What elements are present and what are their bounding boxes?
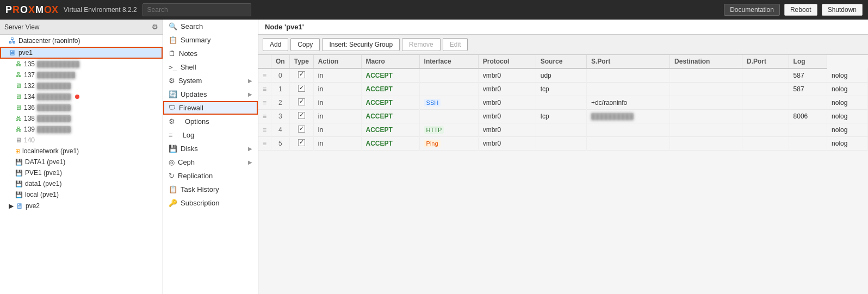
col-macro[interactable]: Macro: [361, 55, 419, 68]
nav-search[interactable]: 🔍 Search: [163, 20, 258, 33]
nav-replication[interactable]: ↻ Replication: [163, 169, 258, 183]
destination-cell: [742, 137, 789, 151]
datacenter-label: Datacenter (raoninfo): [18, 37, 80, 45]
drag-handle: ≡: [258, 83, 271, 96]
tree-item-138[interactable]: 🖧 138 ████████: [0, 113, 163, 124]
vm-icon-139: 🖧: [15, 126, 22, 133]
col-destination[interactable]: Destination: [670, 55, 742, 68]
row-num: 3: [271, 110, 290, 123]
tree-item-137[interactable]: 🖧 137 █████████: [0, 70, 163, 80]
documentation-button[interactable]: Documentation: [724, 4, 780, 16]
tree-item-136[interactable]: 🖥 136 ████████: [0, 102, 163, 113]
tree-item-data1[interactable]: 💾 data1 (pve1): [0, 178, 163, 189]
nav-firewall-label: Firewall: [179, 104, 203, 112]
col-interface[interactable]: Interface: [419, 55, 478, 68]
add-button[interactable]: Add: [263, 38, 288, 51]
table-row[interactable]: ≡ 0 in ACCEPT vmbr0 udp 587 nolog: [258, 68, 868, 83]
nav-subscription[interactable]: 🔑 Subscription: [163, 196, 258, 210]
nav-task-history[interactable]: 📋 Task History: [163, 183, 258, 196]
table-row[interactable]: ≡ 2 in ACCEPT SSH vmbr0 +dc/raoninfo nol…: [258, 96, 868, 110]
on-checkbox[interactable]: [289, 123, 313, 137]
on-checkbox[interactable]: [289, 96, 313, 110]
edit-button[interactable]: Edit: [443, 38, 468, 51]
source-cell: [586, 83, 669, 96]
col-on[interactable]: On: [271, 55, 290, 68]
nav-options[interactable]: ⚙ Options: [163, 115, 258, 128]
nav-disks[interactable]: 💾 Disks ▶: [163, 142, 258, 155]
tree-item-135[interactable]: 🖧 135 ██████████: [0, 59, 163, 70]
content-header: Node 'pve1': [258, 20, 868, 35]
on-checkbox[interactable]: [289, 83, 313, 96]
page-title: Node 'pve1': [265, 23, 304, 31]
nav-log[interactable]: ≡ Log: [163, 128, 258, 142]
sport-cell: [670, 137, 742, 151]
copy-button[interactable]: Copy: [290, 38, 320, 51]
tree-item-DATA1[interactable]: 💾 DATA1 (pve1): [0, 157, 163, 167]
col-sport[interactable]: S.Port: [586, 55, 669, 68]
table-row[interactable]: ≡ 1 in ACCEPT vmbr0 tcp 587 nolog: [258, 83, 868, 96]
remove-button[interactable]: Remove: [402, 38, 441, 51]
topbar-search[interactable]: [142, 3, 251, 16]
tree-item-pve1[interactable]: 🖥 pve1: [0, 47, 163, 59]
sidebar-header: Server View ⚙: [0, 20, 163, 35]
sport-cell: [670, 83, 742, 96]
reboot-button[interactable]: Reboot: [784, 4, 817, 16]
nav-summary[interactable]: 📋 Summary: [163, 33, 258, 47]
nav-firewall[interactable]: 🛡 Firewall: [163, 101, 258, 115]
vm-138-label: 138: [24, 115, 35, 122]
sidebar-gear-icon[interactable]: ⚙: [152, 23, 158, 31]
task-history-icon: 📋: [169, 185, 177, 193]
macro-cell: [419, 68, 478, 83]
nav-updates[interactable]: 🔄 Updates ▶: [163, 87, 258, 101]
col-source[interactable]: Source: [536, 55, 586, 68]
on-checkbox[interactable]: [289, 110, 313, 123]
tree-item-140[interactable]: 🖥 140: [0, 135, 163, 146]
replication-icon: ↻: [169, 172, 175, 180]
col-log[interactable]: Log: [789, 55, 827, 68]
col-action[interactable]: Action: [313, 55, 361, 68]
ceph-arrow-icon: ▶: [248, 159, 252, 165]
tree-item-datacenter[interactable]: 🖧 Datacenter (raoninfo): [0, 35, 163, 47]
vm-icon-136: 🖥: [15, 104, 22, 111]
nav-notes[interactable]: 🗒 Notes: [163, 47, 258, 60]
row-num: 2: [271, 96, 290, 110]
cluster-icon: ⊞: [15, 148, 20, 155]
tree-item-PVE1[interactable]: 💾 PVE1 (pve1): [0, 167, 163, 178]
on-checkbox[interactable]: [289, 137, 313, 151]
tree-item-139[interactable]: 🖧 139 ████████: [0, 124, 163, 135]
macro-cell: HTTP: [419, 123, 478, 137]
action-cell: ACCEPT: [361, 68, 419, 83]
vm-icon-140: 🖥: [15, 136, 22, 144]
col-dport[interactable]: D.Port: [742, 55, 789, 68]
nav-ceph[interactable]: ◎ Ceph ▶: [163, 155, 258, 169]
vm-139-label: 139: [24, 126, 35, 133]
dport-cell: 587: [789, 68, 827, 83]
drag-handle: ≡: [258, 96, 271, 110]
col-protocol[interactable]: Protocol: [478, 55, 536, 68]
destination-cell: [742, 83, 789, 96]
nav-task-history-label: Task History: [181, 185, 219, 193]
tree-item-localnetwork[interactable]: ⊞ localnetwork (pve1): [0, 146, 163, 157]
tree-item-134[interactable]: 🖥 134 ████████: [0, 91, 163, 102]
vm-icon-137: 🖧: [15, 71, 22, 79]
nav-system[interactable]: ⚙ System ▶: [163, 74, 258, 87]
PVE1-label: PVE1 (pve1): [25, 169, 62, 177]
insert-security-group-button[interactable]: Insert: Security Group: [322, 38, 400, 51]
log-cell: nolog: [827, 96, 868, 110]
drag-handle: ≡: [258, 123, 271, 137]
tree-item-local[interactable]: 💾 local (pve1): [0, 189, 163, 200]
table-row[interactable]: ≡ 3 in ACCEPT vmbr0 tcp ██████████ 8006 …: [258, 110, 868, 123]
shutdown-button[interactable]: Shutdown: [822, 4, 863, 16]
tree-item-132[interactable]: 🖥 132 ████████: [0, 80, 163, 91]
storage-icon-DATA1: 💾: [15, 159, 23, 166]
table-row[interactable]: ≡ 4 in ACCEPT HTTP vmbr0 nolog: [258, 123, 868, 137]
nav-shell[interactable]: >_ Shell: [163, 60, 258, 74]
firewall-table: On Type Action Macro Interface Protocol …: [258, 55, 868, 151]
destination-cell: [742, 68, 789, 83]
nav-search-label: Search: [181, 22, 203, 30]
tree-item-pve2[interactable]: ▶ 🖥 pve2: [0, 200, 163, 212]
on-checkbox[interactable]: [289, 68, 313, 83]
table-row[interactable]: ≡ 5 in ACCEPT Ping vmbr0 nolog: [258, 137, 868, 151]
storage-icon-data1: 💾: [15, 180, 23, 187]
col-type[interactable]: Type: [289, 55, 313, 68]
